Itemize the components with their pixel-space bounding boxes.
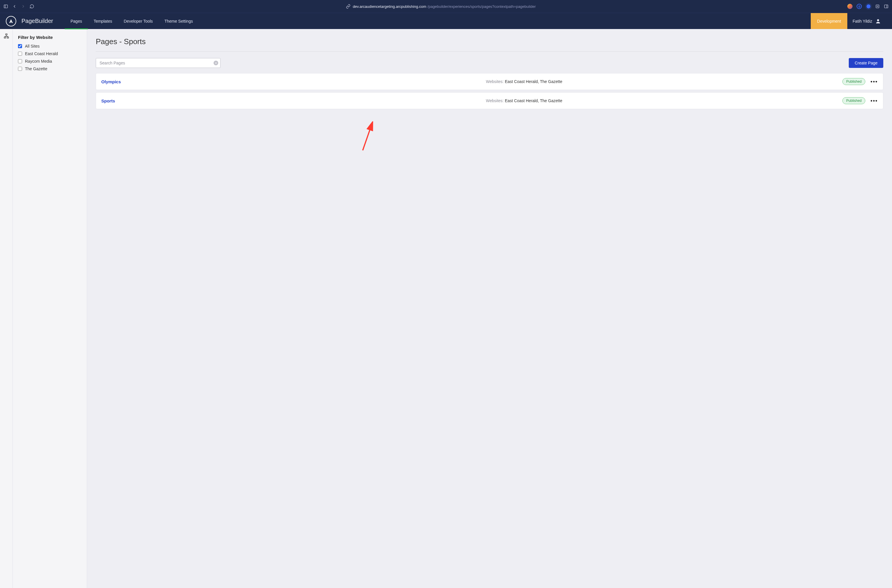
more-menu-icon[interactable]: ••• (871, 79, 878, 85)
page-row-sites: Websites: East Coast Herald, The Gazette (486, 98, 562, 103)
filter-raycom-media[interactable]: Raycom Media (18, 59, 81, 63)
link-icon (346, 4, 351, 9)
address-bar[interactable]: dev.arcaudiencetargeting.arcpublishing.c… (39, 4, 843, 9)
environment-pill: Development (811, 13, 848, 29)
content: Pages - Sports ✕ Create Page Olympics We… (87, 29, 892, 588)
nav-theme-settings[interactable]: Theme Settings (159, 13, 199, 29)
filter-all-sites[interactable]: All Sites (18, 44, 81, 48)
svg-rect-8 (7, 37, 8, 38)
filter-the-gazette-checkbox[interactable] (18, 67, 22, 71)
chrome-left (3, 4, 34, 9)
filter-all-sites-label: All Sites (25, 44, 40, 48)
filter-raycom-media-checkbox[interactable] (18, 59, 22, 63)
extension-icon[interactable] (866, 4, 871, 9)
more-menu-icon[interactable]: ••• (871, 98, 878, 104)
nav-templates[interactable]: Templates (88, 13, 118, 29)
page-row-title[interactable]: Sports (101, 98, 206, 104)
forward-icon (21, 4, 25, 9)
filter-the-gazette[interactable]: The Gazette (18, 66, 81, 71)
header-right: Development Fatih Yildiz (811, 13, 886, 29)
nav-pages[interactable]: Pages (65, 13, 88, 29)
websites-label: Websites: (486, 79, 505, 84)
profile-avatar-icon[interactable] (847, 4, 853, 9)
page-row-sites: Websites: East Coast Herald, The Gazette (486, 79, 562, 84)
toolbar: ✕ Create Page (96, 58, 883, 68)
onepassword-icon[interactable]: ① (857, 4, 862, 9)
brand[interactable]: PageBuilder (6, 16, 53, 26)
url-path: /pagebuilder/experiences/sports/pages?co… (427, 4, 536, 9)
brand-name: PageBuilder (21, 18, 53, 24)
page-title: Pages - Sports (96, 37, 883, 52)
filter-raycom-media-label: Raycom Media (25, 59, 52, 63)
websites-value: East Coast Herald, The Gazette (505, 98, 562, 103)
search-input[interactable] (96, 58, 220, 68)
row-right: Published ••• (843, 78, 878, 85)
page-row-sports[interactable]: Sports Websites: East Coast Herald, The … (96, 92, 883, 109)
page-row-olympics[interactable]: Olympics Websites: East Coast Herald, Th… (96, 73, 883, 90)
user-name: Fatih Yildiz (853, 19, 872, 24)
tabs-icon[interactable] (884, 4, 889, 9)
user-menu[interactable]: Fatih Yildiz (847, 18, 886, 24)
svg-rect-6 (6, 34, 7, 35)
layout: Filter by Website All Sites East Coast H… (0, 29, 892, 588)
user-icon (875, 18, 881, 24)
main-nav: Pages Templates Developer Tools Theme Se… (65, 13, 199, 29)
websites-value: East Coast Herald, The Gazette (505, 79, 562, 84)
filter-east-coast-herald-checkbox[interactable] (18, 52, 22, 56)
annotation-arrow-icon (360, 122, 377, 153)
downloads-icon[interactable] (875, 4, 880, 9)
filter-all-sites-checkbox[interactable] (18, 44, 22, 48)
filter-east-coast-herald[interactable]: East Coast Herald (18, 51, 81, 56)
svg-rect-7 (4, 37, 6, 38)
websites-label: Websites: (486, 98, 505, 103)
filter-east-coast-herald-label: East Coast Herald (25, 51, 58, 56)
status-published: Published (843, 97, 865, 104)
svg-rect-2 (876, 5, 879, 8)
filter-sidebar: Filter by Website All Sites East Coast H… (13, 29, 87, 588)
nav-developer-tools[interactable]: Developer Tools (118, 13, 159, 29)
back-icon[interactable] (12, 4, 17, 9)
sidebar-toggle-icon[interactable] (3, 4, 8, 9)
url-text: dev.arcaudiencetargeting.arcpublishing.c… (353, 4, 536, 9)
status-published: Published (843, 78, 865, 85)
left-rail (0, 29, 13, 588)
brand-logo-icon (6, 16, 16, 26)
svg-rect-3 (885, 5, 888, 8)
chrome-right: ① (847, 4, 889, 9)
svg-line-9 (363, 124, 372, 150)
clear-search-icon[interactable]: ✕ (214, 61, 218, 65)
url-host: dev.arcaudiencetargeting.arcpublishing.c… (353, 4, 426, 9)
filter-the-gazette-label: The Gazette (25, 66, 47, 71)
row-right: Published ••• (843, 97, 878, 104)
reload-icon[interactable] (30, 4, 34, 9)
svg-point-5 (877, 19, 879, 21)
sitemap-icon[interactable] (3, 33, 9, 39)
app-header: PageBuilder Pages Templates Developer To… (0, 13, 892, 29)
browser-chrome: dev.arcaudiencetargeting.arcpublishing.c… (0, 0, 892, 13)
create-page-button[interactable]: Create Page (849, 58, 883, 68)
filter-title: Filter by Website (18, 35, 81, 40)
page-list: Olympics Websites: East Coast Herald, Th… (96, 73, 883, 109)
page-row-title[interactable]: Olympics (101, 79, 206, 84)
svg-rect-0 (4, 5, 7, 8)
search-wrap: ✕ (96, 58, 220, 68)
